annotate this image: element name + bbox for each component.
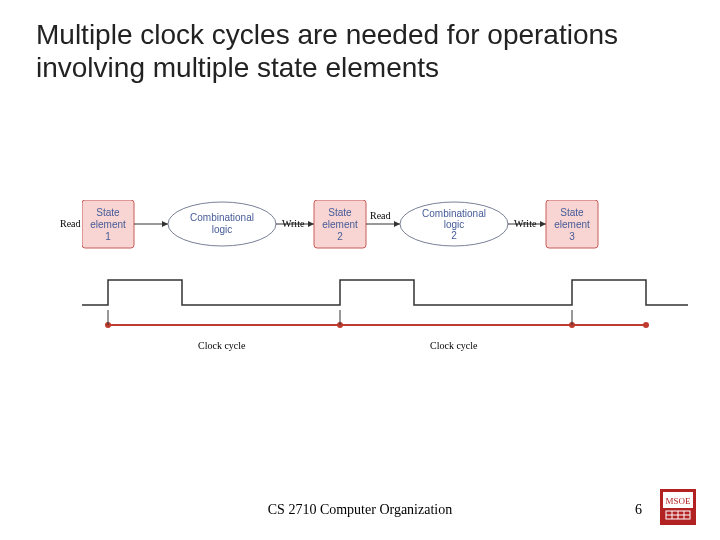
slide-title-text: Multiple clock cycles are needed for ope… <box>36 19 618 83</box>
clock-cycle-label-2: Clock cycle <box>430 340 477 351</box>
read-label-2: Read <box>370 210 391 221</box>
arrow-c1-s2-head <box>308 221 314 227</box>
comb2-label-l3: 2 <box>451 230 457 241</box>
footer-course-text: CS 2710 Computer Organization <box>268 502 452 517</box>
comb2-label-l2: logic <box>444 219 465 230</box>
clock-cycle-label-1: Clock cycle <box>198 340 245 351</box>
write-label-1: Write <box>282 218 304 229</box>
footer-course: CS 2710 Computer Organization <box>0 502 720 518</box>
comb1-label-l2: logic <box>212 224 233 235</box>
state-element-1-label-l3: 1 <box>105 231 111 242</box>
arrow-c2-s3-head <box>540 221 546 227</box>
write-label-2: Write <box>514 218 536 229</box>
tick-end <box>643 322 649 328</box>
clock-waveform <box>82 280 688 305</box>
state-element-3-label-l2: element <box>554 219 590 230</box>
page-number: 6 <box>635 502 642 518</box>
arrow-s2-c2-head <box>394 221 400 227</box>
state-element-1-label-l2: element <box>90 219 126 230</box>
comb1-label-l1: Combinational <box>190 212 254 223</box>
state-element-2-label-l3: 2 <box>337 231 343 242</box>
msoe-logo: MSOE <box>660 489 696 525</box>
state-element-2-label-l1: State <box>328 207 352 218</box>
comb2-label-l1: Combinational <box>422 208 486 219</box>
slide-title: Multiple clock cycles are needed for ope… <box>36 18 656 84</box>
state-element-3-label-l1: State <box>560 207 584 218</box>
arrow-s1-c1-head <box>162 221 168 227</box>
read-label-1: Read <box>60 218 81 229</box>
pipeline-diagram: State element 1 Combinational logic Stat… <box>82 200 688 360</box>
state-element-3-label-l3: 3 <box>569 231 575 242</box>
msoe-logo-text: MSOE <box>665 496 691 506</box>
state-element-2-label-l2: element <box>322 219 358 230</box>
state-element-1-label-l1: State <box>96 207 120 218</box>
